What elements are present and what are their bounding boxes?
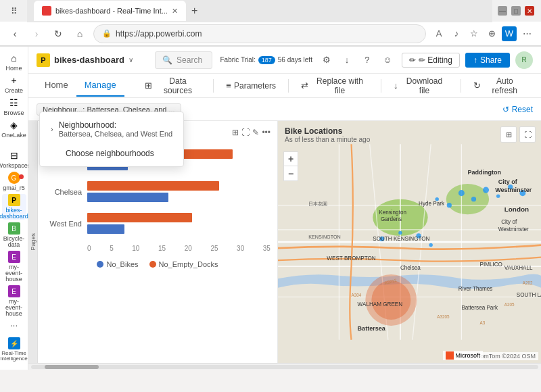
apps-icon[interactable]: ⠿ bbox=[7, 3, 22, 18]
svg-point-24 bbox=[398, 231, 402, 235]
zoom-in-button[interactable]: + bbox=[283, 151, 298, 166]
dropdown-item-choose[interactable]: Choose neighbourhoods bbox=[40, 143, 183, 164]
share-label: Share bbox=[480, 55, 502, 65]
sidebar-workspaces-label: Workspaces bbox=[0, 163, 30, 169]
read-aloud-icon[interactable]: ♪ bbox=[449, 26, 464, 41]
tab-manage[interactable]: Manage bbox=[76, 74, 124, 97]
replace-icon: ⇄ bbox=[301, 80, 308, 91]
help-icon[interactable]: ? bbox=[358, 51, 376, 69]
parameters-icon: ≡ bbox=[226, 80, 231, 91]
minimize-button[interactable]: — bbox=[498, 6, 507, 16]
sidebar-item-onelake[interactable]: ◈ OneLake bbox=[2, 119, 26, 139]
extensions-icon[interactable]: W bbox=[502, 26, 517, 41]
toolbar-actions: ⊞ Data sources ≡ Parameters ⇄ Replace wi… bbox=[138, 74, 533, 98]
address-bar[interactable]: 🔒 https://app.powerbi.com bbox=[93, 24, 426, 43]
sidebar-item-bikes-dashboard[interactable]: P bikes-dashboard bbox=[2, 194, 26, 220]
toolbar: Home Manage ⊞ Data sources ≡ Parameters … bbox=[28, 74, 541, 98]
sidebar-item-my-event-house-2[interactable]: E my-event-house bbox=[2, 285, 26, 317]
chelsea-bars bbox=[87, 181, 270, 202]
sidebar-item-home[interactable]: ⌂ Home bbox=[2, 52, 26, 72]
svg-text:Chelsea: Chelsea bbox=[400, 265, 421, 271]
collections-icon[interactable]: ⊕ bbox=[484, 26, 499, 41]
forward-button[interactable]: › bbox=[28, 26, 45, 42]
auto-refresh-icon: ↻ bbox=[473, 80, 481, 91]
parameters-label: Parameters bbox=[234, 81, 276, 91]
sidebar-item-real-time[interactable]: ⚡ Real-Time Intelligence bbox=[2, 333, 26, 366]
tab-home[interactable]: Home bbox=[37, 74, 76, 97]
axis-5: 5 bbox=[110, 245, 114, 252]
app-search-area: 🔍 Search bbox=[155, 51, 212, 69]
close-button[interactable]: ✕ bbox=[525, 6, 534, 16]
scrollbar-thumb[interactable] bbox=[45, 365, 99, 369]
replace-with-file-button[interactable]: ⇄ Replace with file bbox=[294, 74, 375, 98]
reset-button[interactable]: ↺ Reset bbox=[502, 105, 533, 114]
new-tab-button[interactable]: + bbox=[191, 5, 197, 17]
tab-favicon bbox=[42, 6, 51, 16]
axis-35: 35 bbox=[263, 245, 270, 252]
sidebar-item-gmail[interactable]: G gmai_r5 bbox=[2, 172, 26, 191]
editing-button[interactable]: ✏ ✏ Editing bbox=[402, 53, 460, 68]
reload-button[interactable]: ↻ bbox=[50, 26, 66, 42]
map-expand-button[interactable]: ⛶ bbox=[519, 126, 536, 143]
translate-icon[interactable]: A bbox=[431, 26, 446, 41]
svg-point-17 bbox=[483, 187, 489, 193]
tab-close-icon[interactable]: ✕ bbox=[172, 7, 178, 16]
svg-text:Battersea Park: Battersea Park bbox=[461, 305, 498, 311]
more-icon: ··· bbox=[10, 320, 18, 330]
horizontal-scrollbar[interactable] bbox=[28, 363, 541, 370]
search-box[interactable]: 🔍 Search bbox=[155, 51, 212, 69]
dropdown-arrow-icon: › bbox=[51, 125, 53, 133]
back-button[interactable]: ‹ bbox=[7, 26, 23, 42]
nav-bar: ‹ › ↻ ⌂ 🔒 https://app.powerbi.com A ♪ ☆ … bbox=[0, 22, 541, 46]
browser-menu-icon[interactable]: ⋯ bbox=[519, 26, 534, 41]
my-event-icon: E bbox=[8, 251, 20, 263]
sidebar-gmail-label: gmai_r5 bbox=[3, 185, 25, 191]
restore-button[interactable]: □ bbox=[511, 6, 521, 16]
feedback-icon[interactable]: ☺ bbox=[379, 51, 396, 69]
dropdown-item-neighbourhood[interactable]: › Neighbourhood: Battersea, Chelsea, and… bbox=[40, 115, 183, 143]
sidebar-item-bicycle-data[interactable]: B Bicycle-data bbox=[2, 222, 26, 248]
download-icon[interactable]: ↓ bbox=[338, 51, 356, 69]
svg-text:A3205: A3205 bbox=[437, 314, 450, 319]
data-sources-button[interactable]: ⊞ Data sources bbox=[138, 74, 208, 98]
sidebar-bikes-label: bikes-dashboard bbox=[0, 207, 28, 220]
svg-text:SOUTH LAMBETH: SOUTH LAMBETH bbox=[517, 292, 541, 298]
sidebar-create-label: Create bbox=[5, 88, 23, 94]
map-subtitle: As of less than a minute ago bbox=[285, 136, 370, 143]
westend-blue-row bbox=[87, 224, 270, 234]
westend-bars bbox=[87, 213, 270, 234]
chart-expand-icon[interactable]: ⛶ bbox=[241, 128, 250, 137]
legend-no-empty-docks-dot bbox=[149, 261, 156, 268]
map-title-text: Bike Locations bbox=[285, 126, 370, 136]
chart-legend: No_Bikes No_Empty_Docks bbox=[45, 260, 270, 268]
browse-icon: ☷ bbox=[8, 97, 20, 109]
my-event-icon-2: E bbox=[8, 285, 20, 297]
svg-point-2 bbox=[446, 184, 489, 214]
user-avatar[interactable]: R bbox=[515, 51, 533, 69]
download-file-button[interactable]: ↓ Download file bbox=[387, 74, 455, 98]
sidebar-item-create[interactable]: + Create bbox=[2, 74, 26, 94]
sidebar-onelake-label: OneLake bbox=[1, 132, 26, 139]
chart-grid-icon[interactable]: ⊞ bbox=[232, 128, 239, 137]
zoom-out-button[interactable]: − bbox=[283, 166, 298, 181]
sidebar-item-browse[interactable]: ☷ Browse bbox=[2, 97, 26, 116]
sidebar-item-my-event-house[interactable]: E my-event-house bbox=[2, 251, 26, 283]
app-title-dropdown-icon[interactable]: ∨ bbox=[128, 56, 133, 64]
chart-edit-icon[interactable]: ✎ bbox=[252, 128, 259, 137]
toolbar-sep-1 bbox=[213, 79, 214, 93]
settings-icon[interactable]: ⚙ bbox=[318, 51, 335, 69]
map-zoom-controls: + − bbox=[283, 151, 298, 181]
sidebar-item-workspaces[interactable]: ⊟ Workspaces bbox=[2, 149, 26, 169]
auto-refresh-button[interactable]: ↻ Auto refresh bbox=[467, 74, 534, 98]
share-button[interactable]: ↑ Share bbox=[465, 53, 510, 68]
share-icon: ↑ bbox=[473, 55, 477, 65]
sidebar-item-more[interactable]: ··· bbox=[2, 320, 26, 330]
map-grid-button[interactable]: ⊞ bbox=[500, 126, 517, 143]
parameters-button[interactable]: ≡ Parameters bbox=[219, 78, 283, 93]
home-nav-button[interactable]: ⌂ bbox=[72, 26, 88, 42]
chart-more-icon[interactable]: ••• bbox=[262, 128, 270, 137]
browser-tab[interactable]: bikes-dashboard - Real-Time Int... ✕ bbox=[34, 1, 186, 21]
favorites-icon[interactable]: ☆ bbox=[467, 26, 481, 41]
toolbar-sep-4 bbox=[461, 79, 461, 93]
svg-text:VAUXHALL: VAUXHALL bbox=[504, 265, 533, 271]
